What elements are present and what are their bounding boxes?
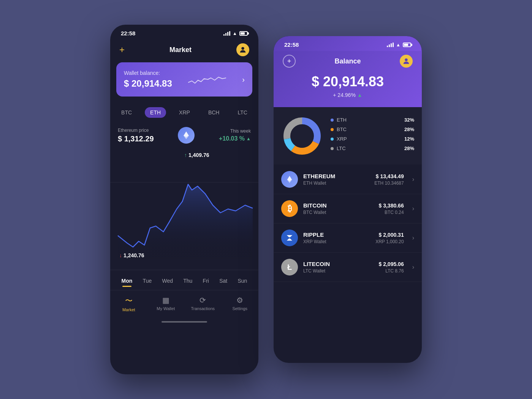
eth-amount: ETH 10.34687 [374, 180, 404, 186]
xrp-legend-pct: 12% [404, 136, 414, 142]
eth-info: ETHEREUM ETH Wallet [303, 173, 369, 186]
settings-nav-icon: ⚙ [236, 296, 243, 305]
wallet-label: Wallet balance: [124, 70, 172, 76]
ltc-amount: LTC 8.76 [379, 268, 404, 274]
wallet-chevron-icon: › [242, 75, 245, 84]
home-indicator [110, 318, 258, 326]
day-fri[interactable]: Fri [201, 276, 211, 286]
ltc-usd: $ 2,095.06 [379, 261, 404, 267]
nav-settings-label: Settings [232, 306, 247, 311]
avatar[interactable] [236, 43, 249, 56]
litecoin-wallet-item[interactable]: Ł LITECOIN LTC Wallet $ 2,095.06 LTC 8.7… [274, 253, 422, 282]
btc-chevron-icon: › [412, 205, 414, 212]
wallet-nav-icon: ▦ [162, 296, 169, 305]
chart-high-label: ↑ 1,409.76 [184, 152, 209, 158]
eth-legend-name: ETH [337, 117, 401, 123]
market-header: + Market [110, 40, 258, 62]
xrp-coin-icon [281, 230, 298, 246]
price-info: Ethereum price $ 1,312.29 [118, 128, 154, 143]
status-bar-right: 22:58 ▲ [274, 36, 422, 51]
time-right: 22:58 [284, 41, 299, 48]
eth-value: $ 13,434.49 ETH 10.34687 [374, 173, 404, 186]
week-info: This week +10.03 % ▲ [219, 128, 251, 142]
eth-wallet-label: ETH Wallet [303, 180, 369, 186]
legend-eth: ETH 32% [331, 117, 414, 123]
wallet-amount: $ 20,914.83 [124, 78, 172, 89]
battery-icon [239, 31, 248, 36]
crypto-tab-bar: BTC ETH XRP BCH LTC [110, 103, 258, 122]
nav-wallet[interactable]: ▦ My Wallet [152, 296, 179, 312]
up-triangle-icon: ▲ [246, 136, 251, 141]
nav-market-label: Market [122, 307, 135, 312]
add-circle-button[interactable]: + [283, 55, 296, 68]
signal-icon [223, 31, 230, 36]
tab-bch[interactable]: BCH [203, 107, 225, 118]
transactions-nav-icon: ⟳ [200, 296, 206, 305]
xrp-amount: XRP 1,000.20 [375, 239, 404, 244]
legend-ltc: LTC 28% [331, 146, 414, 151]
ltc-wallet-label: LTC Wallet [303, 268, 374, 274]
ltc-legend-pct: 28% [404, 146, 414, 151]
tab-eth[interactable]: ETH [145, 107, 166, 118]
bottom-nav: 〜 Market ▦ My Wallet ⟳ Transactions ⚙ Se… [110, 290, 258, 318]
nav-transactions[interactable]: ⟳ Transactions [190, 296, 216, 312]
eth-name: ETHEREUM [303, 173, 369, 179]
nav-wallet-label: My Wallet [157, 306, 175, 311]
day-mon[interactable]: Mon [120, 276, 134, 286]
btc-dot [331, 128, 334, 131]
btc-legend-name: BTC [337, 127, 401, 132]
bitcoin-wallet-item[interactable]: ₿ BITCOIN BTC Wallet $ 3,380.66 BTC 0.24… [274, 194, 422, 223]
avatar-right[interactable] [400, 55, 413, 68]
day-sun[interactable]: Sun [236, 276, 249, 286]
xrp-usd: $ 2,000.31 [375, 232, 404, 238]
day-tue[interactable]: Tue [141, 276, 154, 286]
btc-info: BITCOIN BTC Wallet [303, 202, 374, 215]
xrp-legend-name: XRP [337, 136, 401, 142]
eth-dot [331, 119, 334, 122]
day-thu[interactable]: Thu [182, 276, 194, 286]
nav-settings[interactable]: ⚙ Settings [226, 296, 253, 312]
xrp-info: RIPPLE XRP Wallet [303, 231, 370, 244]
week-value: +10.03 % ▲ [219, 135, 251, 142]
wallet-balance-card[interactable]: Wallet balance: $ 20,914.83 › [116, 62, 252, 97]
arrow-down-icon: ↓ [119, 252, 122, 258]
eth-coin-icon [281, 171, 298, 188]
nav-transactions-label: Transactions [191, 306, 215, 311]
eth-logo-icon [178, 127, 195, 144]
add-button[interactable]: + [119, 44, 125, 55]
arrow-up-icon: ↑ [184, 152, 187, 158]
price-label: Ethereum price [118, 128, 154, 133]
portfolio-legend: ETH 32% BTC 28% XRP 12% LTC 28% [331, 117, 414, 155]
ethereum-wallet-item[interactable]: ETHEREUM ETH Wallet $ 13,434.49 ETH 10.3… [274, 165, 422, 194]
svg-point-3 [405, 59, 407, 61]
btc-name: BITCOIN [303, 202, 374, 209]
battery-icon-right [403, 43, 411, 47]
week-label: This week [219, 128, 251, 134]
tab-ltc[interactable]: LTC [232, 107, 252, 118]
price-value: $ 1,312.29 [118, 135, 154, 143]
ltc-dot [331, 147, 334, 150]
eth-usd: $ 13,434.49 [374, 173, 404, 179]
btc-amount: BTC 0.24 [379, 210, 404, 215]
status-icons-left: ▲ [223, 31, 248, 36]
wallet-info: Wallet balance: $ 20,914.83 [124, 70, 172, 89]
btc-wallet-label: BTC Wallet [303, 210, 374, 215]
svg-point-0 [241, 47, 244, 50]
tab-xrp[interactable]: XRP [174, 107, 195, 118]
ltc-coin-icon: Ł [281, 259, 298, 276]
ltc-value: $ 2,095.06 LTC 8.76 [379, 261, 404, 274]
day-wed[interactable]: Wed [160, 276, 174, 286]
svg-marker-2 [118, 184, 253, 262]
ripple-wallet-item[interactable]: RIPPLE XRP Wallet $ 2,000.31 XRP 1,000.2… [274, 223, 422, 253]
price-section: Ethereum price $ 1,312.29 This week +10.… [110, 122, 258, 148]
balance-title: Balance [334, 57, 361, 65]
price-chart: ↑ 1,409.76 ↓ 1,240.76 [110, 148, 258, 270]
nav-market[interactable]: 〜 Market [116, 296, 142, 312]
day-sat[interactable]: Sat [218, 276, 229, 286]
ltc-legend-name: LTC [337, 146, 401, 151]
xrp-name: RIPPLE [303, 231, 370, 238]
wallet-mini-chart [172, 72, 242, 87]
tab-btc[interactable]: BTC [116, 107, 137, 118]
status-bar-left: 22:58 ▲ [110, 25, 258, 40]
legend-btc: BTC 28% [331, 127, 414, 132]
